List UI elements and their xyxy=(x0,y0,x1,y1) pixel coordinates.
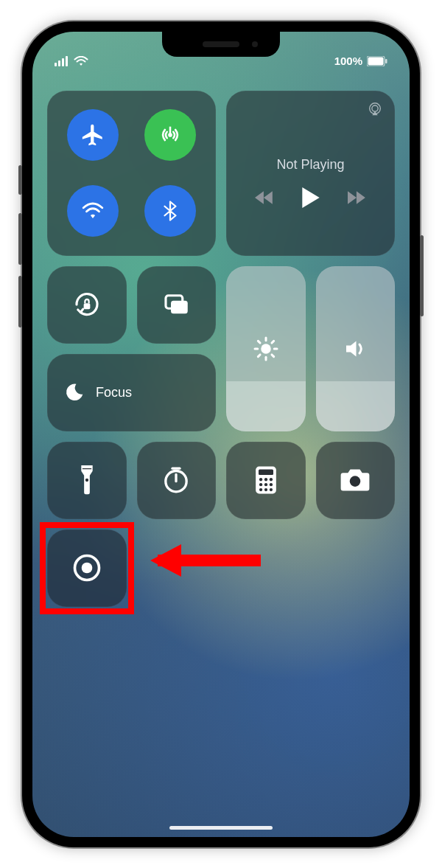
screen-mirroring-button[interactable] xyxy=(137,266,217,344)
svg-point-32 xyxy=(270,478,273,481)
volume-down-button xyxy=(18,276,22,327)
now-playing-label: Not Playing xyxy=(276,157,344,173)
svg-rect-6 xyxy=(385,59,387,63)
svg-line-20 xyxy=(272,354,274,356)
svg-point-30 xyxy=(259,478,262,481)
brightness-slider[interactable] xyxy=(226,266,306,431)
svg-point-41 xyxy=(81,563,92,574)
calculator-icon xyxy=(253,465,278,495)
svg-point-31 xyxy=(264,478,267,481)
airplane-mode-toggle[interactable] xyxy=(67,109,119,161)
timer-button[interactable] xyxy=(137,442,217,519)
orientation-lock-icon xyxy=(71,289,102,320)
svg-rect-13 xyxy=(171,301,188,314)
volume-up-button xyxy=(18,213,22,265)
svg-point-37 xyxy=(264,488,267,491)
svg-point-14 xyxy=(261,344,271,354)
flashlight-icon xyxy=(77,465,97,495)
airplay-icon[interactable] xyxy=(367,101,383,117)
speaker-icon xyxy=(342,336,368,362)
svg-point-10 xyxy=(372,105,378,111)
svg-rect-11 xyxy=(83,303,90,309)
wifi-status-icon xyxy=(74,56,88,66)
play-button[interactable] xyxy=(302,187,320,208)
svg-rect-0 xyxy=(55,63,57,66)
timer-icon xyxy=(161,465,191,495)
airplane-icon xyxy=(80,122,105,147)
svg-rect-2 xyxy=(62,58,64,66)
svg-point-38 xyxy=(270,488,273,491)
screen-mirroring-icon xyxy=(161,289,192,320)
cellular-data-icon xyxy=(158,122,183,147)
svg-line-21 xyxy=(258,354,260,356)
bluetooth-toggle[interactable] xyxy=(144,185,196,237)
focus-label: Focus xyxy=(96,385,132,400)
flashlight-button[interactable] xyxy=(47,442,127,519)
screen-record-button[interactable] xyxy=(47,530,127,607)
svg-line-19 xyxy=(258,341,260,343)
media-controls-panel[interactable]: Not Playing xyxy=(226,91,395,256)
volume-slider[interactable] xyxy=(316,266,396,431)
wifi-icon xyxy=(80,198,105,223)
bluetooth-icon xyxy=(159,200,181,222)
svg-point-39 xyxy=(350,476,361,487)
svg-point-35 xyxy=(270,483,273,486)
connectivity-cluster[interactable] xyxy=(47,91,216,256)
svg-rect-3 xyxy=(66,56,68,66)
phone-device-frame: 100% xyxy=(22,21,420,847)
wifi-toggle[interactable] xyxy=(67,185,119,237)
svg-point-36 xyxy=(259,488,262,491)
svg-line-22 xyxy=(272,341,274,343)
mute-switch xyxy=(18,165,22,195)
svg-rect-29 xyxy=(259,469,273,475)
battery-percentage: 100% xyxy=(334,55,362,67)
cellular-data-toggle[interactable] xyxy=(144,109,196,161)
notch xyxy=(162,32,280,57)
cellular-signal-icon xyxy=(55,56,69,66)
camera-icon xyxy=(340,466,371,494)
brightness-sun-icon xyxy=(253,336,279,362)
battery-icon xyxy=(367,56,387,66)
screen: 100% xyxy=(32,32,410,837)
svg-rect-5 xyxy=(368,57,384,65)
camera-button[interactable] xyxy=(316,442,396,519)
do-not-disturb-moon-icon xyxy=(63,381,85,403)
svg-point-34 xyxy=(264,483,267,486)
screen-record-icon xyxy=(71,552,103,584)
power-button xyxy=(420,235,424,316)
home-indicator[interactable] xyxy=(169,826,273,830)
orientation-lock-button[interactable] xyxy=(47,266,127,344)
svg-point-23 xyxy=(85,479,88,482)
previous-track-button[interactable] xyxy=(255,190,274,205)
next-track-button[interactable] xyxy=(348,190,367,205)
svg-point-33 xyxy=(259,483,262,486)
svg-rect-1 xyxy=(58,60,60,66)
calculator-button[interactable] xyxy=(226,442,306,519)
focus-button[interactable]: Focus xyxy=(47,354,216,431)
control-center: Not Playing xyxy=(47,91,395,607)
